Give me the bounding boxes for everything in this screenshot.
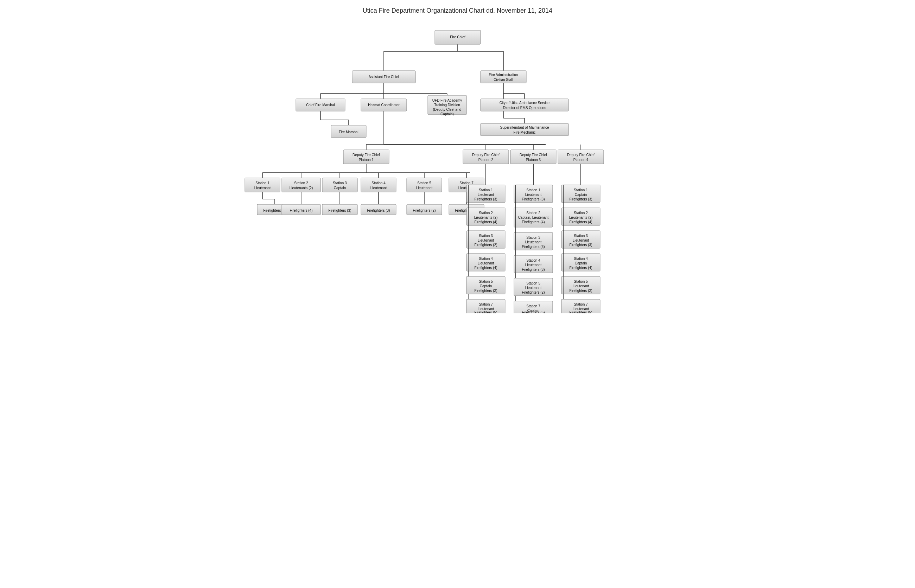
svg-text:Lieutenant: Lieutenant xyxy=(477,261,494,265)
svg-text:Station 4: Station 4 xyxy=(526,258,540,262)
org-chart-container: Fire Chief Assistant Fire Chief Fire Adm… xyxy=(7,25,908,313)
svg-text:Firefighters (5): Firefighters (5) xyxy=(522,310,545,313)
svg-text:(Deputy Chief and: (Deputy Chief and xyxy=(433,108,461,111)
svg-text:Station 2: Station 2 xyxy=(479,211,493,215)
svg-text:Deputy Fire Chief: Deputy Fire Chief xyxy=(567,153,595,157)
svg-text:Deputy Fire Chief: Deputy Fire Chief xyxy=(472,153,500,157)
svg-text:Civilian Staff: Civilian Staff xyxy=(493,78,513,82)
svg-text:Firefighters (4): Firefighters (4) xyxy=(474,220,497,224)
node-fire-admin-civilian: Fire Administration Civilian Staff xyxy=(480,71,526,83)
svg-text:Platoon 4: Platoon 4 xyxy=(573,158,588,162)
svg-text:Training Division: Training Division xyxy=(434,103,460,107)
svg-text:Station 2: Station 2 xyxy=(574,211,588,215)
svg-text:Station 5: Station 5 xyxy=(574,279,588,283)
svg-text:Firefighters (5): Firefighters (5) xyxy=(474,310,497,313)
node-p2-station1: Station 1 Lieutenant Firefighters (3) xyxy=(466,185,505,203)
svg-text:Station 1: Station 1 xyxy=(526,188,540,192)
svg-text:Captain: Captain xyxy=(574,261,587,265)
svg-text:Station 4: Station 4 xyxy=(479,257,493,260)
svg-text:Captain): Captain) xyxy=(440,112,454,116)
svg-rect-89 xyxy=(282,178,320,192)
node-p4-station5: Station 5 Lieutenant Firefighters (2) xyxy=(561,276,600,294)
svg-text:Lieutenant: Lieutenant xyxy=(477,238,494,242)
svg-text:Station 1: Station 1 xyxy=(479,188,493,192)
node-p4-station2: Station 2 Lieutenants (2) Firefighters (… xyxy=(561,208,600,225)
svg-text:Station 3: Station 3 xyxy=(526,236,540,239)
node-p2-station3: Station 3 Lieutenant Firefighters (2) xyxy=(466,231,505,248)
svg-text:Platoon 1: Platoon 1 xyxy=(359,158,373,162)
node-p3-station1: Station 1 Lieutenant Firefighters (3) xyxy=(514,185,553,203)
svg-text:Firefighters (2): Firefighters (2) xyxy=(522,291,545,294)
svg-text:Firefighters (2): Firefighters (2) xyxy=(413,208,435,212)
node-p3-station7: Station 7 Captain Firefighters (5) xyxy=(514,301,553,313)
node-assistant-fire-chief: Assistant Fire Chief xyxy=(352,71,415,83)
svg-text:Deputy Fire Chief: Deputy Fire Chief xyxy=(520,153,547,157)
svg-text:Station 7: Station 7 xyxy=(574,302,588,306)
svg-text:Lieutenant: Lieutenant xyxy=(572,238,589,242)
svg-text:Firefighters (3): Firefighters (3) xyxy=(474,197,497,201)
svg-text:Chief Fire Marshal: Chief Fire Marshal xyxy=(306,103,335,107)
svg-text:Firefighters (3): Firefighters (3) xyxy=(522,197,545,201)
node-ufd-fire-academy: UFD Fire Academy Training Division (Depu… xyxy=(428,95,466,116)
svg-text:Firefighters (3): Firefighters (3) xyxy=(328,208,351,212)
svg-text:Captain, Lieutenant: Captain, Lieutenant xyxy=(518,216,548,220)
svg-text:Lieutenants (2): Lieutenants (2) xyxy=(289,186,313,190)
svg-text:Firefighters (3): Firefighters (3) xyxy=(522,268,545,271)
node-p1-station2-ff: Firefighters (4) xyxy=(282,204,320,215)
svg-text:Station 2: Station 2 xyxy=(526,211,540,215)
svg-text:Assistant Fire Chief: Assistant Fire Chief xyxy=(368,75,399,79)
node-p1-station5-ff: Firefighters (2) xyxy=(407,204,442,215)
svg-text:Firefighters (2): Firefighters (2) xyxy=(474,243,497,247)
node-p3-station3: Station 3 Lieutenant Firefighters (3) xyxy=(514,233,553,250)
svg-text:Station 4: Station 4 xyxy=(372,181,386,185)
svg-text:Captain: Captain xyxy=(480,284,491,288)
node-deputy4: Deputy Fire Chief Platoon 4 xyxy=(558,150,604,164)
svg-text:Firefighters (4): Firefighters (4) xyxy=(522,220,545,224)
svg-text:Station 1: Station 1 xyxy=(574,188,588,192)
svg-text:Lieutenant: Lieutenant xyxy=(254,186,270,190)
svg-text:Station 7: Station 7 xyxy=(459,181,474,185)
svg-text:Station 2: Station 2 xyxy=(294,181,308,185)
node-fire-marshal: Fire Marshal xyxy=(331,125,366,137)
node-p4-station4: Station 4 Captain Firefighters (4) xyxy=(561,254,600,271)
svg-text:Station 7: Station 7 xyxy=(479,302,493,306)
node-p2-station5: Station 5 Captain Firefighters (2) xyxy=(466,276,505,294)
svg-rect-78 xyxy=(511,150,556,164)
node-p3-station5: Station 5 Lieutenant Firefighters (2) xyxy=(514,278,553,296)
node-city-utica-ambulance: City of Utica Ambulance Service Director… xyxy=(480,99,569,111)
svg-text:Firefighters (2): Firefighters (2) xyxy=(569,289,592,292)
svg-text:Lieutenant: Lieutenant xyxy=(572,284,589,288)
svg-rect-104 xyxy=(407,178,442,192)
svg-text:UFD Fire Academy: UFD Fire Academy xyxy=(432,99,462,102)
svg-text:Captain: Captain xyxy=(333,186,346,190)
svg-text:City of Utica Ambulance Servic: City of Utica Ambulance Service xyxy=(499,101,550,105)
node-p4-station7: Station 7 Lieutenant Firefighters (5) xyxy=(561,299,600,313)
svg-text:Station 5: Station 5 xyxy=(526,281,540,285)
svg-text:Station 3: Station 3 xyxy=(333,181,347,185)
node-p3-station4: Station 4 Lieutenant Firefighters (3) xyxy=(514,255,553,273)
svg-text:Firefighters (3): Firefighters (3) xyxy=(522,245,545,249)
svg-text:Fire Chief: Fire Chief xyxy=(450,35,466,39)
node-deputy1: Deputy Fire Chief Platoon 1 xyxy=(343,150,389,164)
svg-text:Deputy Fire Chief: Deputy Fire Chief xyxy=(352,153,380,157)
node-p1-station1: Station 1 Lieutenant xyxy=(245,178,280,192)
node-p1-station3-ff: Firefighters (3) xyxy=(322,204,357,215)
svg-text:Firefighters (4): Firefighters (4) xyxy=(289,208,312,212)
node-p2-station4: Station 4 Lieutenant Firefighters (4) xyxy=(466,254,505,271)
svg-text:Director of EMS Operations: Director of EMS Operations xyxy=(503,106,546,110)
svg-text:Superintendant of Maintenance: Superintendant of Maintenance xyxy=(500,126,549,129)
svg-rect-99 xyxy=(361,178,396,192)
node-p3-station2: Station 2 Captain, Lieutenant Firefighte… xyxy=(514,208,553,227)
svg-text:Firefighters (2): Firefighters (2) xyxy=(474,289,497,292)
node-p4-station3: Station 3 Lieutenant Firefighters (3) xyxy=(561,231,600,248)
node-p1-station4: Station 4 Lieutenant xyxy=(361,178,396,192)
node-chief-fire-marshal: Chief Fire Marshal xyxy=(296,99,345,111)
svg-text:Lieutenants (2): Lieutenants (2) xyxy=(569,216,592,220)
svg-text:Lieutenant: Lieutenant xyxy=(370,186,386,190)
node-hazmat-coordinator: Hazmat Coordinator xyxy=(361,99,407,111)
svg-text:Platoon 2: Platoon 2 xyxy=(478,158,493,162)
svg-text:Fire Mechanic: Fire Mechanic xyxy=(513,131,535,134)
svg-text:Firefighters (3): Firefighters (3) xyxy=(569,243,592,247)
svg-text:Firefighters (3): Firefighters (3) xyxy=(569,197,592,201)
svg-text:Station 3: Station 3 xyxy=(574,234,588,238)
